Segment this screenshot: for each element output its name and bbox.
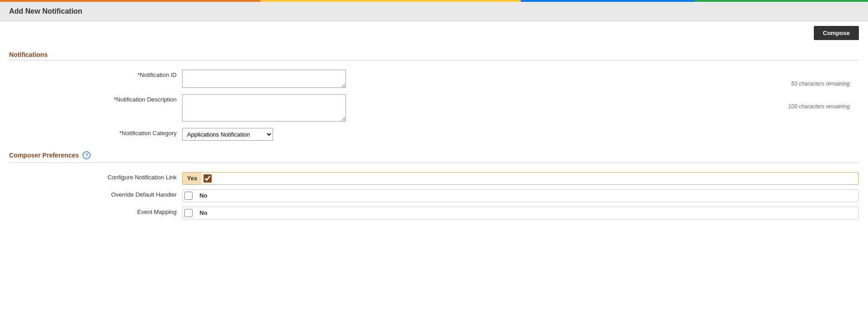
composer-preferences-divider: [9, 163, 859, 163]
configure-notification-link-yes-label: Yes: [183, 172, 202, 185]
composer-preferences-title-wrapper: Composer Preferences ?: [9, 150, 859, 161]
notification-category-label: *Notification Category: [9, 128, 182, 137]
notification-description-char-remaining: 100 characters remaining: [788, 103, 850, 110]
event-mapping-toggle[interactable]: No: [182, 207, 859, 219]
override-default-handler-control: No: [182, 189, 859, 202]
event-mapping-control: No: [182, 207, 859, 219]
composer-preferences-section: Composer Preferences ? Configure Notific…: [9, 150, 859, 219]
notification-description-row: *Notification Description 100 characters…: [9, 94, 859, 122]
override-default-handler-label: Override Default Handler: [9, 189, 182, 198]
override-default-handler-checkbox[interactable]: [184, 192, 193, 200]
page-wrapper: Add New Notification Compose Notificatio…: [0, 0, 868, 315]
notification-id-label: *Notification ID: [9, 70, 182, 78]
override-default-handler-toggle[interactable]: No: [182, 189, 859, 202]
notification-category-select[interactable]: Applications Notification System Notific…: [182, 128, 273, 141]
page-content: Notifications *Notification ID 50 charac…: [0, 45, 868, 238]
event-mapping-label: Event Mapping: [9, 207, 182, 215]
page-header: Add New Notification: [0, 2, 868, 21]
configure-notification-link-label: Configure Notification Link: [9, 172, 182, 181]
notifications-divider: [9, 60, 859, 61]
help-icon[interactable]: ?: [82, 151, 91, 159]
notification-description-control: [182, 94, 859, 122]
configure-notification-link-row: Configure Notification Link Yes: [9, 172, 859, 185]
notification-description-input[interactable]: [182, 94, 346, 122]
notifications-section-title: Notifications: [9, 49, 859, 58]
override-default-handler-no-label: No: [194, 189, 213, 202]
event-mapping-row: Event Mapping No: [9, 207, 859, 219]
notification-category-row: *Notification Category Applications Noti…: [9, 128, 859, 141]
notification-id-input[interactable]: [182, 70, 346, 88]
notification-description-label: *Notification Description: [9, 94, 182, 103]
notification-id-row: *Notification ID 50 characters remaining: [9, 70, 859, 88]
composer-preferences-title: Composer Preferences: [9, 150, 79, 159]
configure-notification-link-control: Yes: [182, 172, 859, 185]
configure-notification-link-checkbox[interactable]: [203, 174, 212, 183]
page-title: Add New Notification: [9, 7, 859, 15]
compose-btn-wrapper: Compose: [0, 21, 868, 45]
notifications-section: Notifications *Notification ID 50 charac…: [9, 49, 859, 141]
configure-notification-link-toggle[interactable]: Yes: [182, 172, 859, 185]
notification-category-control: Applications Notification System Notific…: [182, 128, 859, 141]
notification-id-control: [182, 70, 859, 88]
event-mapping-no-label: No: [194, 207, 213, 219]
compose-button[interactable]: Compose: [814, 26, 859, 40]
event-mapping-checkbox[interactable]: [184, 209, 193, 217]
override-default-handler-row: Override Default Handler No: [9, 189, 859, 202]
notification-id-char-remaining: 50 characters remaining: [791, 81, 850, 87]
